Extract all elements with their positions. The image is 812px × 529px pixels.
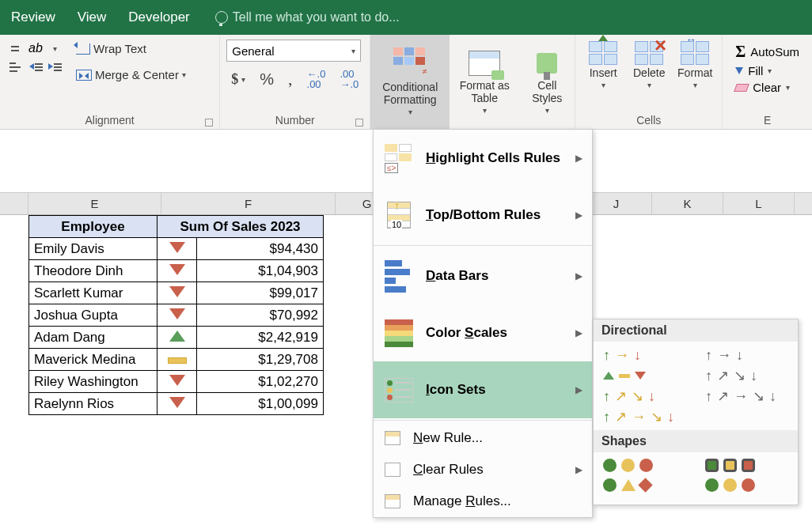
accounting-format-button[interactable]: $▾ — [226, 69, 250, 90]
sigma-icon: Σ — [735, 43, 746, 61]
menu-top-bottom-rules[interactable]: ↑10 Top/Bottom Rules ▶ — [374, 187, 592, 244]
alignment-dialog-launcher[interactable] — [205, 119, 213, 127]
decrease-indent-button[interactable] — [27, 59, 44, 76]
delete-button[interactable]: × Delete▾ — [628, 40, 670, 91]
menu-developer[interactable]: Developer — [117, 0, 201, 35]
iconset-5arrows-gray[interactable]: ↑↗→↘↓ — [705, 389, 788, 403]
conditional-formatting-button[interactable]: ≠ Conditional Formatting ▾ — [370, 35, 450, 129]
cell-employee[interactable]: Raelynn Rios — [29, 393, 157, 415]
percent-format-button[interactable]: % — [255, 68, 279, 91]
cell-employee[interactable]: Adam Dang — [29, 327, 157, 349]
fill-button[interactable]: Fill▾ — [735, 64, 799, 77]
cell-icon[interactable] — [157, 371, 197, 393]
autosum-button[interactable]: ΣAutoSum — [735, 43, 799, 61]
table-row[interactable]: Theodore Dinh$1,04,903 — [29, 260, 324, 282]
table-row[interactable]: Scarlett Kumar$99,017 — [29, 282, 324, 304]
menu-review[interactable]: Review — [0, 0, 66, 35]
menu-highlight-cells-rules[interactable]: ≤> Highlight Cells Rules ▶ — [374, 130, 592, 187]
format-button[interactable]: ↔ Format▾ — [674, 40, 716, 91]
fill-icon — [735, 67, 743, 74]
cell-value[interactable]: $70,992 — [197, 304, 324, 327]
cell-value[interactable]: $2,42,919 — [197, 327, 324, 349]
table-row[interactable]: Riley Washington$1,02,270 — [29, 371, 324, 393]
group-label-alignment: Alignment — [6, 114, 213, 129]
number-format-combo[interactable]: General ▾ — [226, 40, 361, 62]
table-row[interactable]: Raelynn Rios$1,00,099 — [29, 393, 324, 415]
format-as-table-button[interactable]: Format as Table ▾ — [453, 35, 516, 129]
cell-value[interactable]: $1,00,099 — [197, 393, 324, 415]
cell-employee[interactable]: Riley Washington — [29, 371, 157, 393]
cell-employee[interactable]: Maverick Medina — [29, 349, 157, 371]
align-left-button[interactable] — [6, 59, 24, 76]
insert-button[interactable]: Insert▾ — [582, 40, 624, 91]
triangle-down-icon — [169, 397, 185, 408]
fill-label: Fill — [748, 64, 763, 77]
triangle-down-icon — [169, 375, 185, 386]
align-top-button[interactable] — [6, 40, 24, 57]
clear-button[interactable]: Clear▾ — [735, 81, 799, 94]
number-dialog-launcher[interactable] — [355, 119, 363, 127]
orientation-dropdown[interactable]: ▾ — [46, 40, 63, 57]
iconset-3signs[interactable] — [603, 478, 686, 492]
increase-decimal-button[interactable]: ←.0.00 — [302, 66, 331, 92]
increase-indent-button[interactable] — [46, 59, 63, 76]
col-header-K[interactable]: K — [652, 193, 723, 214]
row-header-corner[interactable] — [0, 193, 28, 214]
header-sum-sales[interactable]: Sum Of Sales 2023 — [157, 216, 324, 238]
col-header-L[interactable]: L — [723, 193, 795, 214]
iconset-4trafficlights[interactable] — [705, 478, 788, 492]
menu-clear-rules[interactable]: Clear Rules ▶ — [374, 454, 592, 486]
comma-format-button[interactable]: , — [283, 66, 298, 92]
iconset-5arrows-colored[interactable]: ↑↗→↘↓ — [603, 410, 788, 424]
iconset-3triangles[interactable] — [603, 368, 686, 383]
table-row[interactable]: Adam Dang$2,42,919 — [29, 327, 324, 349]
highlight-cells-icon: ≤> — [385, 144, 413, 173]
menu-color-scales[interactable]: Color Scales ▶ — [374, 304, 592, 361]
iconset-4arrows-colored[interactable]: ↑↗↘↓ — [603, 389, 686, 403]
group-label-editing: E — [729, 114, 806, 129]
cell-value[interactable]: $1,04,903 — [197, 260, 324, 282]
col-header-F[interactable]: F — [161, 193, 336, 214]
merge-center-button[interactable]: Merge & Center▾ — [71, 66, 191, 84]
col-header-E[interactable]: E — [28, 193, 161, 214]
tell-me-search[interactable]: Tell me what you want to do... — [215, 10, 400, 25]
orientation-button[interactable]: ab — [27, 40, 44, 57]
table-row[interactable]: Maverick Medina$1,29,708 — [29, 349, 324, 371]
decrease-decimal-button[interactable]: .00→.0 — [335, 66, 363, 92]
iconset-3trafficlights-rimmed[interactable] — [705, 459, 788, 472]
cell-icon[interactable] — [157, 282, 197, 304]
cell-value[interactable]: $94,430 — [197, 238, 324, 260]
group-styles: ≠ Conditional Formatting ▾ Format as Tab… — [370, 35, 575, 129]
iconset-3arrows-gray[interactable]: ↑→↓ — [705, 348, 788, 362]
header-employee[interactable]: Employee — [29, 216, 157, 238]
cell-employee[interactable]: Scarlett Kumar — [29, 282, 157, 304]
table-row[interactable]: Joshua Gupta$70,992 — [29, 304, 324, 327]
menu-manage-rules[interactable]: Manage Rules... — [374, 486, 592, 517]
cell-icon[interactable] — [157, 327, 197, 349]
cell-employee[interactable]: Joshua Gupta — [29, 304, 157, 327]
cell-employee[interactable]: Theodore Dinh — [29, 260, 157, 282]
menu-icon-sets[interactable]: Icon Sets ▶ — [374, 361, 592, 418]
submenu-arrow-icon: ▶ — [575, 270, 582, 282]
cell-value[interactable]: $1,02,270 — [197, 371, 324, 393]
insert-label: Insert — [590, 66, 617, 79]
cell-icon[interactable] — [157, 238, 197, 260]
iconset-3arrows-colored[interactable]: ↑→↓ — [603, 348, 686, 362]
menu-data-bars[interactable]: Data Bars ▶ — [374, 247, 592, 304]
cell-employee[interactable]: Emily Davis — [29, 238, 157, 260]
menu-new-rule[interactable]: New Rule... — [374, 422, 592, 454]
lightbulb-icon — [215, 11, 228, 24]
cell-value[interactable]: $1,29,708 — [197, 349, 324, 371]
cell-styles-button[interactable]: Cell Styles ▾ — [519, 35, 575, 129]
wrap-text-button[interactable]: Wrap Text — [71, 40, 191, 58]
cell-icon[interactable] — [157, 393, 197, 415]
cell-icon[interactable] — [157, 304, 197, 327]
cell-icon[interactable] — [157, 349, 197, 371]
table-row[interactable]: Emily Davis$94,430 — [29, 238, 324, 260]
clear-rules-icon — [385, 463, 400, 477]
cell-icon[interactable] — [157, 260, 197, 282]
menu-view[interactable]: View — [66, 0, 118, 35]
iconset-4arrows-gray[interactable]: ↑↗↘↓ — [705, 368, 788, 383]
iconset-3trafficlights[interactable] — [603, 459, 686, 472]
cell-value[interactable]: $99,017 — [197, 282, 324, 304]
